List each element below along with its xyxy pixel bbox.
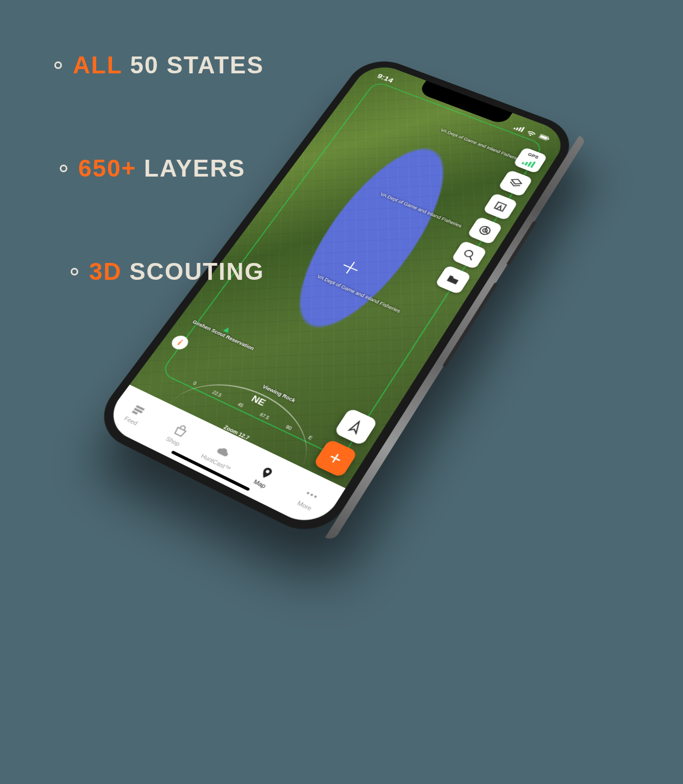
callout-accent: ALL: [73, 52, 123, 79]
callout-layers: 650+ LAYERS: [60, 155, 264, 182]
basemap-icon: [492, 199, 510, 214]
map-owner-label: VA Dept of Game and Inland Fisheries: [440, 128, 522, 163]
feed-icon: [129, 402, 148, 418]
signal-icon: [512, 123, 525, 133]
wifi-icon: [525, 128, 538, 137]
shop-icon: [171, 422, 190, 439]
svg-point-9: [314, 495, 317, 498]
svg-rect-1: [540, 135, 548, 140]
more-icon: [302, 486, 322, 504]
map-owner-label: VA Dept of Game and Inland Fisheries: [316, 274, 402, 313]
callout-3d-scouting: 3D SCOUTING: [71, 258, 264, 285]
svg-point-6: [463, 249, 474, 258]
compass-tick: 90: [268, 424, 293, 456]
callout-text: SCOUTING: [129, 258, 264, 285]
callout-dot: [71, 268, 78, 275]
crosshair-icon: [340, 259, 361, 277]
callout-text: 50 STATES: [130, 52, 264, 79]
map-poi-goshen[interactable]: Goshen Scout Reservation: [191, 314, 259, 352]
pin-icon: [257, 464, 277, 481]
radar-icon: [476, 223, 494, 237]
plus-icon: +: [324, 446, 347, 470]
battery-icon: [538, 133, 551, 142]
callout-text: LAYERS: [144, 155, 245, 182]
cloud-icon: [214, 443, 234, 460]
callout-accent: 650+: [78, 155, 136, 182]
callout-dot: [60, 165, 67, 172]
svg-point-7: [306, 491, 310, 494]
map-owner-label: VA Dept of Game and Inland Fisheries: [379, 192, 463, 229]
search-icon: [460, 248, 479, 262]
callout-dot: [54, 61, 62, 69]
callout-50-states: ALL 50 STATES: [54, 52, 264, 79]
callout-accent: 3D: [89, 258, 122, 285]
svg-point-8: [310, 493, 314, 496]
layers-icon: [507, 177, 524, 190]
north-arrow-icon: [345, 417, 367, 436]
folder-icon: [444, 272, 462, 287]
feature-callouts: ALL 50 STATES 650+ LAYERS 3D SCOUTING: [54, 52, 264, 285]
